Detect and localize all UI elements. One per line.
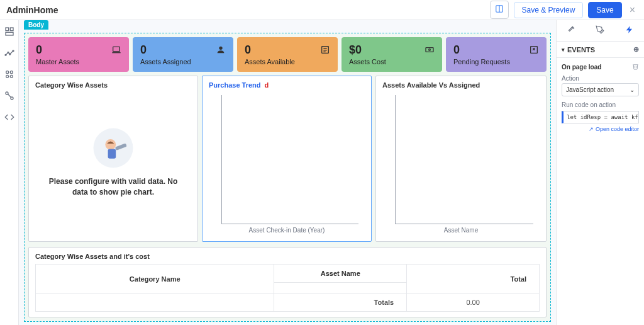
stat-label: Master Assets xyxy=(36,58,121,66)
delete-event-icon[interactable] xyxy=(632,63,639,71)
layout-icon[interactable] xyxy=(4,26,14,37)
svg-rect-3 xyxy=(10,28,13,31)
close-icon[interactable]: × xyxy=(627,4,638,16)
action-select[interactable]: JavaScript action ⌄ xyxy=(562,83,639,96)
svg-rect-16 xyxy=(113,47,120,51)
preview-icon-button[interactable] xyxy=(490,1,509,19)
svg-point-28 xyxy=(105,139,116,150)
main: Body 0 Master Assets 0 Assets Assigned 0… xyxy=(0,20,644,325)
list-icon xyxy=(320,45,330,55)
stat-assets-assigned[interactable]: 0 Assets Assigned xyxy=(133,37,233,72)
code-label: Run code on action xyxy=(562,101,639,108)
stat-pending-requests[interactable]: 0 Pending Requests xyxy=(446,37,547,72)
svg-rect-4 xyxy=(6,32,13,35)
properties-panel: ▾ EVENTS ⊕ On page load Action JavaScrip… xyxy=(556,20,644,325)
x-axis-label: Asset Check-in Date (Year) xyxy=(209,224,365,236)
panel-title: Category Wise Assets xyxy=(35,81,191,89)
topbar: AdminHome Save & Preview Save × xyxy=(0,0,644,20)
code-icon[interactable] xyxy=(4,112,14,122)
event-row: On page load xyxy=(562,63,639,71)
edit-cursor: d xyxy=(265,81,269,89)
panel-purchase-trend[interactable]: Purchase Trend d Asset Check-in Date (Ye… xyxy=(202,76,372,242)
svg-rect-29 xyxy=(108,149,116,159)
panel-available-assigned[interactable]: Assets Available Vs Assigned Asset Name xyxy=(375,76,547,242)
stat-value: 0 xyxy=(245,43,330,57)
table-totals-row: Totals 0.00 xyxy=(36,294,540,312)
svg-rect-2 xyxy=(6,28,9,31)
body-tag[interactable]: Body xyxy=(24,20,48,30)
col-asset-name: Asset Name xyxy=(274,265,407,283)
table-header-row: Category Name Asset Name Total xyxy=(36,265,540,283)
money-icon xyxy=(425,45,435,55)
panel-title: Category Wise Assets and it's cost xyxy=(35,253,540,260)
svg-line-15 xyxy=(8,94,11,97)
stat-value: 0 xyxy=(453,43,539,57)
action-label: Action xyxy=(562,75,639,82)
svg-point-5 xyxy=(5,54,6,55)
svg-point-18 xyxy=(219,47,222,50)
empty-cell xyxy=(36,294,274,312)
add-event-icon[interactable]: ⊕ xyxy=(633,45,639,54)
stat-value: $0 xyxy=(349,43,435,57)
stat-value: 0 xyxy=(36,43,121,57)
stat-label: Assets Assigned xyxy=(140,58,226,66)
tab-style[interactable] xyxy=(586,20,614,41)
save-button[interactable]: Save xyxy=(588,2,621,18)
stat-label: Pending Requests xyxy=(453,58,539,66)
event-name: On page load xyxy=(562,64,601,71)
link-icon[interactable] xyxy=(4,91,14,101)
left-rail xyxy=(0,20,19,325)
stat-label: Assets Available xyxy=(245,58,330,66)
chart-icon[interactable] xyxy=(4,48,14,58)
svg-point-12 xyxy=(10,75,13,77)
panel-title: Assets Available Vs Assigned xyxy=(382,81,540,89)
events-body: On page load Action JavaScript action ⌄ … xyxy=(557,58,644,137)
canvas: Body 0 Master Assets 0 Assets Assigned 0… xyxy=(19,20,556,325)
totals-value: 0.00 xyxy=(407,294,540,312)
panel-tabs xyxy=(557,20,644,42)
x-axis-label: Asset Name xyxy=(382,224,540,236)
tab-events[interactable] xyxy=(615,20,644,41)
stat-assets-cost[interactable]: $0 Assets Cost xyxy=(341,37,442,72)
empty-cell xyxy=(274,283,407,294)
laptop-icon xyxy=(111,45,121,55)
user-icon xyxy=(216,45,226,55)
stat-value: 0 xyxy=(140,43,226,57)
empty-state: Please configure with valid data. No dat… xyxy=(35,93,191,231)
save-preview-button[interactable]: Save & Preview xyxy=(514,2,584,18)
panel-title: Purchase Trend d xyxy=(209,81,365,89)
tab-settings[interactable] xyxy=(557,20,586,41)
svg-point-9 xyxy=(6,71,8,74)
panel-category-assets[interactable]: Category Wise Assets Please configure wi… xyxy=(28,76,198,242)
open-icon xyxy=(529,45,539,55)
col-total: Total xyxy=(407,265,540,294)
chevron-down-icon: ⌄ xyxy=(630,86,635,93)
chart-area xyxy=(221,95,358,224)
svg-rect-23 xyxy=(426,48,433,52)
chart-area xyxy=(395,95,533,224)
mid-panels: Category Wise Assets Please configure wi… xyxy=(28,76,547,242)
totals-label: Totals xyxy=(274,294,407,312)
stat-assets-available[interactable]: 0 Assets Available xyxy=(237,37,338,72)
stat-master-assets[interactable]: 0 Master Assets xyxy=(28,37,129,72)
svg-point-8 xyxy=(13,50,14,52)
col-category: Category Name xyxy=(36,265,274,294)
events-section-header[interactable]: ▾ EVENTS ⊕ xyxy=(557,42,644,58)
chevron-down-icon: ▾ xyxy=(562,47,565,53)
svg-point-11 xyxy=(6,75,8,77)
cost-table: Category Name Asset Name Total Totals 0.… xyxy=(35,264,540,312)
empty-text: Please configure with valid data. No dat… xyxy=(42,176,185,198)
page-title: AdminHome xyxy=(6,5,58,15)
panel-category-cost[interactable]: Category Wise Assets and it's cost Categ… xyxy=(28,247,547,317)
code-preview[interactable]: let idResp = await kf.api("/id" xyxy=(562,111,639,123)
empty-illustration xyxy=(91,126,135,170)
canvas-body[interactable]: 0 Master Assets 0 Assets Assigned 0 Asse… xyxy=(24,33,551,322)
stat-cards-row: 0 Master Assets 0 Assets Assigned 0 Asse… xyxy=(28,37,547,72)
open-code-editor-link[interactable]: Open code editor xyxy=(562,126,639,132)
topbar-actions: Save & Preview Save × xyxy=(490,1,638,19)
section-title: EVENTS xyxy=(567,46,595,54)
svg-point-10 xyxy=(10,71,13,74)
components-icon[interactable] xyxy=(4,69,14,79)
stat-label: Assets Cost xyxy=(349,58,435,66)
svg-point-24 xyxy=(429,49,431,51)
